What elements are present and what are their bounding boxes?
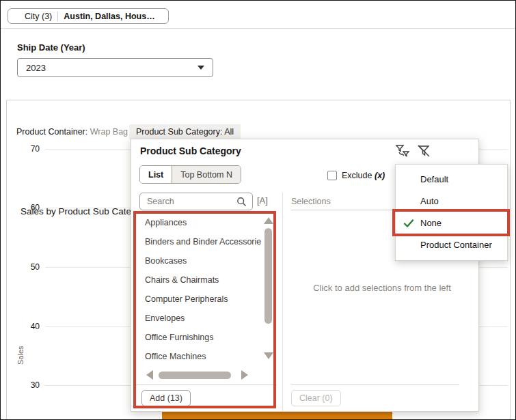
tab-top-bottom-n[interactable]: Top Bottom N (172, 166, 241, 183)
menu-item-product-container[interactable]: Product Container (396, 234, 507, 256)
clear-button-label: Clear (0) (299, 393, 333, 403)
vertical-scrollbar-thumb[interactable] (264, 228, 272, 324)
add-button-label: Add (13) (150, 393, 182, 403)
y-axis-title: Sales (16, 346, 25, 365)
tab-label: Product Sub Category: All (136, 127, 234, 137)
panel-divider (282, 193, 283, 411)
exclude-x: (x) (375, 171, 385, 180)
list-item[interactable]: Computer Peripherals (145, 290, 262, 309)
ship-date-select[interactable]: 2023 (17, 58, 213, 77)
app-window: City (3) Austin, Dallas, Hous… Ship Date… (0, 0, 516, 420)
city-filter-values: Austin, Dallas, Hous… (64, 12, 154, 21)
selections-empty-message: Click to add selections from the left (307, 280, 457, 296)
list-topbottom-toggle: List Top Bottom N (139, 165, 241, 184)
breadcrumb-label: Product Container: (16, 127, 87, 137)
list-item[interactable]: Appliances (145, 213, 262, 232)
scroll-right-arrow[interactable] (241, 370, 248, 380)
y-axis-tick: 40 (19, 322, 40, 331)
menu-item-label: Product Container (420, 240, 492, 250)
scroll-left-arrow[interactable] (146, 370, 153, 380)
menu-item-label: None (420, 218, 442, 228)
ship-date-value: 2023 (26, 63, 46, 73)
clear-button[interactable]: Clear (0) (291, 390, 341, 406)
list-item[interactable]: Bookcases (145, 251, 262, 270)
tab-list[interactable]: List (140, 166, 172, 183)
y-axis-tick: 50 (19, 262, 40, 272)
city-filter-label: City (3) (25, 12, 52, 21)
ship-date-label: Ship Date (Year) (17, 42, 85, 53)
header-divider (1, 28, 516, 29)
scroll-up-arrow[interactable] (264, 217, 273, 224)
menu-item-none[interactable]: None (396, 212, 507, 234)
search-placeholder: Search (147, 197, 236, 206)
search-input[interactable]: Search (139, 193, 253, 210)
right-footer-divider (291, 384, 459, 385)
list-item[interactable]: Binders and Binder Accessorie (145, 232, 262, 251)
list-item[interactable]: Chairs & Chairmats (145, 270, 262, 290)
menu-item-default[interactable]: Default (396, 169, 507, 191)
list-item[interactable]: Envelopes (145, 309, 262, 328)
selections-heading: Selections (291, 197, 331, 206)
limit-values-icon[interactable] (395, 143, 410, 158)
y-axis-tick: 60 (19, 203, 40, 212)
tab-product-sub-category[interactable]: Product Sub Category: All (129, 124, 241, 139)
tab-list-label: List (148, 170, 163, 180)
chip-divider (57, 12, 58, 21)
horizontal-scrollbar-thumb[interactable] (159, 372, 231, 379)
search-icon (236, 197, 247, 207)
breadcrumb-product-container[interactable]: Product Container: Wrap Bag (16, 127, 128, 137)
dialog-title: Product Sub Category (140, 145, 241, 156)
scroll-down-arrow[interactable] (264, 352, 273, 359)
left-footer-divider (135, 384, 277, 385)
breadcrumb-value: Wrap Bag (87, 127, 128, 137)
check-icon (403, 218, 414, 229)
chevron-down-icon (198, 66, 204, 70)
menu-item-auto[interactable]: Auto (396, 191, 507, 212)
exclude-checkbox-row[interactable]: Exclude (x) (327, 171, 385, 180)
city-filter-chip[interactable]: City (3) Austin, Dallas, Hous… (8, 8, 169, 24)
y-axis-tick: 30 (19, 380, 40, 390)
exclude-label: Exclude (x) (342, 171, 385, 180)
list-item[interactable]: Office Furnishings (145, 328, 262, 347)
add-button[interactable]: Add (13) (141, 390, 191, 406)
limit-values-menu: Default Auto None Product Container (395, 164, 508, 261)
menu-item-label: Auto (420, 196, 439, 206)
match-case-toggle[interactable]: [A] (257, 195, 268, 206)
tab-top-bottom-label: Top Bottom N (180, 170, 232, 180)
menu-item-label: Default (420, 174, 448, 184)
list-item[interactable]: Office Machines (145, 347, 262, 366)
exclude-checkbox[interactable] (327, 171, 337, 180)
y-axis-tick: 70 (19, 144, 40, 154)
remove-filter-icon[interactable] (416, 143, 431, 158)
